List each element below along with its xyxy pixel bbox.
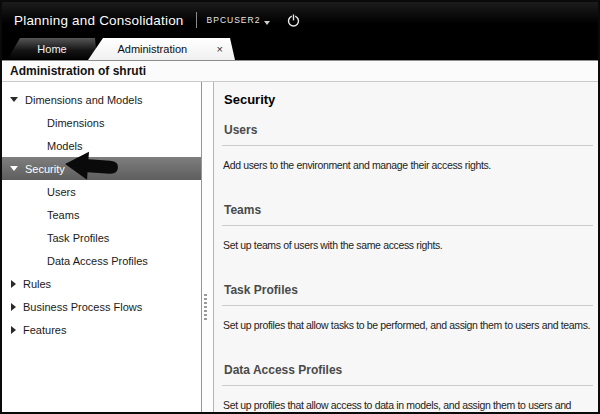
titlebar: Planning and Consolidation BPCUSER2: [2, 2, 598, 38]
section-divider: [222, 145, 593, 146]
section-data-access-profiles: Data Access Profiles Set up profiles tha…: [222, 363, 593, 412]
section-heading[interactable]: Data Access Profiles: [224, 363, 593, 377]
tab-close-icon[interactable]: ×: [217, 44, 223, 54]
sidebar-item-label: Rules: [23, 278, 51, 290]
sidebar-item-dimensions[interactable]: Dimensions: [2, 111, 201, 134]
collapsed-caret-icon: [11, 303, 16, 311]
tab-administration[interactable]: Administration ×: [88, 38, 235, 60]
sidebar-item-label: Dimensions and Models: [25, 94, 142, 106]
sidebar-item-label: Data Access Profiles: [47, 255, 148, 267]
sidebar-item-label: Business Process Flows: [23, 301, 142, 313]
sidebar-item-models[interactable]: Models: [2, 134, 201, 157]
panel-title: Security: [224, 92, 593, 107]
collapsed-caret-icon: [11, 280, 16, 288]
sidebar-item-users[interactable]: Users: [2, 180, 201, 203]
sidebar-item-features[interactable]: Features: [2, 318, 201, 341]
sidebar-item-label: Users: [47, 186, 76, 198]
sidebar-item-security[interactable]: Security: [2, 157, 201, 180]
content-area: Dimensions and Models Dimensions Models …: [2, 82, 598, 412]
panel-splitter[interactable]: [202, 82, 213, 412]
section-divider: [222, 305, 593, 306]
admin-navigation-tree: Dimensions and Models Dimensions Models …: [2, 82, 202, 412]
app-window: Planning and Consolidation BPCUSER2 Home…: [0, 0, 600, 414]
sidebar-item-data-access-profiles[interactable]: Data Access Profiles: [2, 249, 201, 272]
sidebar-item-business-process-flows[interactable]: Business Process Flows: [2, 295, 201, 318]
tab-bar: Home Administration ×: [2, 38, 598, 61]
section-description: Set up profiles that allow tasks to be p…: [223, 319, 593, 331]
sidebar-item-label: Models: [47, 140, 82, 152]
expanded-caret-icon: [10, 166, 18, 171]
sidebar-item-label: Dimensions: [47, 117, 104, 129]
section-description: Set up teams of users with the same acce…: [223, 239, 593, 251]
power-icon: [286, 13, 301, 28]
titlebar-divider: [196, 12, 197, 28]
security-overview-panel: Security Users Add users to the environm…: [213, 82, 598, 412]
section-description: Add users to the environment and manage …: [223, 159, 593, 171]
sidebar-item-dimensions-and-models[interactable]: Dimensions and Models: [2, 88, 201, 111]
splitter-grip-icon[interactable]: [204, 294, 207, 320]
sidebar-item-task-profiles[interactable]: Task Profiles: [2, 226, 201, 249]
section-description: Set up profiles that allow access to dat…: [223, 399, 593, 412]
section-teams: Teams Set up teams of users with the sam…: [222, 203, 593, 251]
sidebar-item-label: Features: [23, 324, 66, 336]
sidebar-item-rules[interactable]: Rules: [2, 272, 201, 295]
tab-home-label: Home: [37, 43, 66, 55]
sidebar-item-label: Task Profiles: [47, 232, 109, 244]
section-heading[interactable]: Users: [224, 123, 593, 137]
sidebar-item-teams[interactable]: Teams: [2, 203, 201, 226]
section-divider: [222, 225, 593, 226]
section-heading[interactable]: Task Profiles: [224, 283, 593, 297]
collapsed-caret-icon: [11, 326, 16, 334]
expanded-caret-icon: [10, 97, 18, 102]
page-title: Administration of shruti: [2, 61, 598, 82]
sidebar-item-label: Teams: [47, 209, 79, 221]
section-heading[interactable]: Teams: [224, 203, 593, 217]
section-users: Users Add users to the environment and m…: [222, 123, 593, 171]
app-title: Planning and Consolidation: [14, 13, 184, 28]
user-menu-caret-icon: [264, 21, 270, 25]
section-divider: [222, 385, 593, 386]
tab-administration-label: Administration: [88, 43, 217, 55]
sidebar-item-label: Security: [25, 163, 65, 175]
tab-home[interactable]: Home: [7, 38, 97, 60]
section-task-profiles: Task Profiles Set up profiles that allow…: [222, 283, 593, 331]
user-menu[interactable]: BPCUSER2: [207, 15, 261, 25]
logoff-power-button[interactable]: [286, 13, 301, 28]
